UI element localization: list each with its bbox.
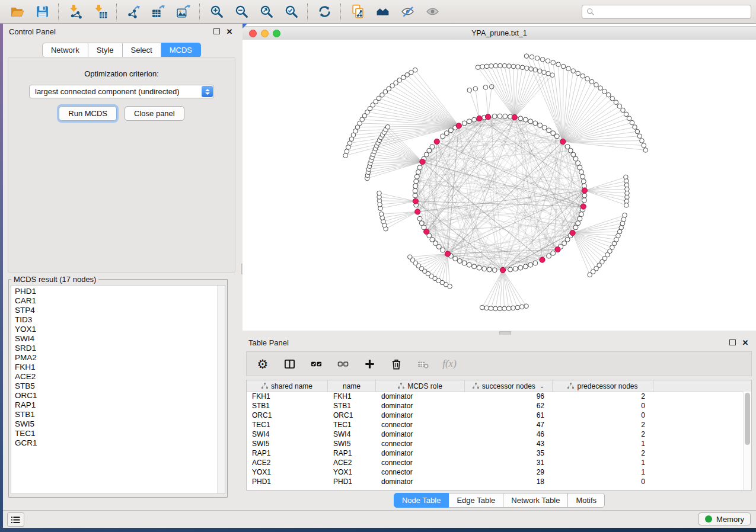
float-table-panel-button[interactable] [728, 338, 737, 347]
show-log-button[interactable] [7, 512, 24, 527]
mcds-result-node[interactable]: SWI4 [15, 334, 225, 344]
table-row[interactable]: SWI4SWI4dominator462 [247, 430, 744, 439]
add-column-button[interactable] [362, 356, 377, 371]
table-row[interactable]: FKH1FKH1dominator962 [247, 392, 744, 401]
table-row[interactable]: STB1STB1dominator620 [247, 401, 744, 411]
open-file-icon [10, 4, 25, 19]
column-header-mcds-role[interactable]: MCDS role [376, 380, 465, 392]
network-canvas[interactable] [243, 40, 756, 331]
mcds-result-list[interactable]: PHD1CAR1STP4TID3YOX1SWI4SRD1PMA2FKH1ACE2… [11, 285, 225, 494]
zoom-out-button[interactable] [229, 2, 254, 22]
graph-node [417, 165, 422, 170]
table-cell: dominator [376, 430, 465, 439]
function-builder-button[interactable]: f(x) [442, 356, 457, 371]
tree-icon [261, 383, 268, 389]
float-panel-button[interactable] [212, 27, 221, 36]
tab-network-table[interactable]: Network Table [503, 493, 568, 508]
table-row[interactable]: RAP1RAP1dominator352 [247, 448, 744, 458]
mcds-result-node[interactable]: PHD1 [15, 287, 225, 296]
graph-node [580, 174, 585, 179]
search-box [582, 5, 751, 19]
mcds-result-node[interactable]: FKH1 [15, 363, 225, 372]
hide-selected-icon [400, 4, 415, 19]
hide-selected-button[interactable] [395, 2, 420, 22]
table-row[interactable]: SWI5SWI5connector431 [247, 439, 744, 448]
show-columns-button[interactable] [282, 356, 297, 371]
show-all-button[interactable] [420, 2, 445, 22]
graph-node [582, 198, 586, 203]
mcds-result-node[interactable]: ACE2 [15, 372, 225, 382]
column-header-successor-nodes[interactable]: successor nodes ⌄ [465, 380, 553, 392]
column-header-predecessor-nodes[interactable]: predecessor nodes [553, 380, 653, 392]
mcds-result-node[interactable]: GCR1 [15, 438, 225, 448]
select-all-columns-button[interactable] [308, 356, 324, 371]
import-table-button[interactable] [88, 2, 113, 22]
horizontal-splitter[interactable] [243, 331, 756, 335]
table-row[interactable]: TEC1TEC1connector472 [247, 420, 744, 430]
export-table-button[interactable] [146, 2, 171, 22]
table-cell: 31 [465, 458, 553, 467]
tab-select[interactable]: Select [123, 43, 161, 57]
delete-columns-button[interactable] [388, 356, 404, 371]
table-row[interactable]: ACE2ACE2connector311 [247, 458, 744, 467]
table-scrollbar[interactable] [743, 392, 751, 490]
memory-button[interactable]: Memory [698, 512, 751, 525]
mcds-result-node[interactable]: TEC1 [15, 429, 225, 438]
table-scrollbar-thumb[interactable] [745, 393, 750, 445]
unchecked-boxes-icon [337, 358, 349, 370]
tab-edge-table[interactable]: Edge Table [449, 493, 503, 508]
open-file-button[interactable] [5, 2, 30, 22]
unselect-all-columns-button[interactable] [335, 356, 350, 371]
mcds-list-scrollbar[interactable] [217, 286, 225, 493]
mcds-result-node[interactable]: TID3 [15, 315, 225, 325]
column-header-shared-name[interactable]: shared name [247, 380, 328, 392]
mcds-result-node[interactable]: PMA2 [15, 353, 225, 363]
graph-leaf-node [525, 66, 529, 70]
table-cell: 43 [465, 439, 553, 448]
close-panel-button[interactable]: ✕ [225, 27, 234, 36]
mcds-result-node[interactable]: YOX1 [15, 325, 225, 334]
graph-edge [585, 191, 627, 201]
tab-style[interactable]: Style [88, 43, 123, 57]
mcds-result-node[interactable]: RAP1 [15, 400, 225, 410]
tab-mcds[interactable]: MCDS [161, 43, 201, 57]
mcds-result-node[interactable]: CAR1 [15, 296, 225, 306]
graph-leaf-node [483, 85, 488, 90]
first-neighbors-button[interactable] [370, 2, 395, 22]
column-header-name[interactable]: name [328, 380, 376, 392]
import-network-button[interactable] [63, 2, 88, 22]
mcds-result-node[interactable]: STP4 [15, 306, 225, 315]
table-row[interactable]: PHD1PHD1dominator180 [247, 477, 744, 486]
export-network-button[interactable] [121, 2, 146, 22]
optimization-criterion-select[interactable]: largest connected component (undirected) [29, 85, 214, 98]
graph-node [462, 261, 467, 265]
network-graph[interactable] [243, 40, 756, 331]
export-image-button[interactable] [171, 2, 196, 22]
mcds-result-node[interactable]: ORC1 [15, 391, 225, 400]
mcds-result-node[interactable]: STB5 [15, 382, 225, 391]
delete-table-button[interactable] [415, 356, 430, 371]
close-table-panel-button[interactable]: ✕ [741, 338, 750, 347]
tab-node-table[interactable]: Node Table [394, 493, 449, 508]
search-input[interactable] [595, 7, 751, 17]
table-row[interactable]: ORC1ORC1dominator610 [247, 411, 744, 420]
save-session-button[interactable] [30, 2, 55, 22]
mcds-result-node[interactable]: STB1 [15, 410, 225, 419]
run-mcds-button[interactable]: Run MCDS [59, 106, 117, 121]
graph-leaf-node [637, 134, 642, 139]
zoom-in-button[interactable] [204, 2, 229, 22]
network-from-selection-button[interactable] [345, 2, 370, 22]
graph-edge [378, 143, 423, 162]
table-options-button[interactable]: ⚙ [255, 356, 270, 371]
table-row[interactable]: YOX1YOX1connector291 [247, 467, 744, 477]
zoom-fit-button[interactable] [254, 2, 279, 22]
close-panel-button-mcds[interactable]: Close panel [125, 106, 184, 121]
apply-layout-button[interactable] [312, 2, 337, 22]
table-cell: 1 [553, 467, 653, 477]
tab-motifs[interactable]: Motifs [568, 493, 605, 508]
zoom-selected-button[interactable] [279, 2, 304, 22]
tab-network[interactable]: Network [42, 43, 88, 57]
mcds-result-node[interactable]: SRD1 [15, 344, 225, 353]
mcds-result-node[interactable]: SWI5 [15, 419, 225, 429]
table-panel-title: Table Panel [248, 338, 289, 347]
